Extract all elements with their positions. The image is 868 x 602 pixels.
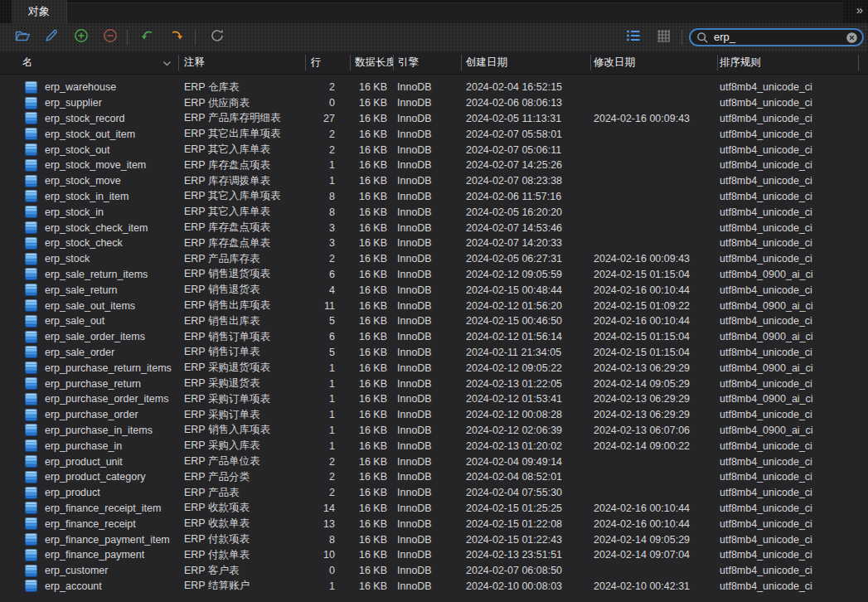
table-row[interactable]: erp_stock_outERP 其它入库单表216 KBInnoDB2024-… (0, 142, 868, 158)
column-header-collation[interactable]: 排序规则 (717, 51, 858, 74)
table-row[interactable]: erp_supplierERP 供应商表016 KBInnoDB2024-02-… (0, 95, 868, 111)
cell-name: erp_stock_record (0, 112, 178, 124)
cell-data_length: 16 KB (350, 425, 393, 436)
table-row[interactable]: erp_finance_paymentERP 付款单表1016 KBInnoDB… (0, 547, 868, 563)
refresh-button[interactable] (208, 29, 226, 46)
table-icon (25, 143, 37, 156)
import-wizard-button[interactable] (138, 29, 156, 46)
table-row[interactable]: erp_stock_out_itemERP 其它出库单项表216 KBInnoD… (0, 126, 868, 142)
cell-data_length: 16 KB (350, 175, 393, 187)
table-row[interactable]: erp_stockERP 产品库存表216 KBInnoDB2024-02-05… (0, 251, 868, 267)
table-icon (25, 237, 37, 250)
column-header-engine[interactable]: 引擎 (393, 51, 461, 74)
list-view-button[interactable] (624, 29, 643, 46)
table-row[interactable]: erp_stock_checkERP 库存盘点单表316 KBInnoDB202… (0, 235, 868, 251)
cell-created: 2024-02-12 00:08:28 (461, 409, 590, 420)
table-row[interactable]: erp_purchase_order_itemsERP 采购订单项表116 KB… (0, 391, 868, 407)
column-header-rows[interactable]: 行 (305, 51, 350, 74)
cell-collation: utf8mb4_unicode_ci (717, 534, 858, 546)
table-name-text: erp_stock_in_item (45, 191, 129, 202)
search-input[interactable]: erp_ (714, 30, 846, 45)
clear-icon[interactable] (846, 32, 858, 44)
minus-circle-icon (103, 28, 118, 46)
cell-engine: InnoDB (393, 565, 461, 576)
delete-table-button[interactable] (101, 29, 119, 46)
column-header-comment[interactable]: 注释 (178, 51, 305, 74)
sort-chevron-down-icon[interactable] (162, 57, 172, 69)
table-row[interactable]: erp_sale_order_itemsERP 销售订单项表616 KBInno… (0, 329, 868, 345)
cell-collation: utf8mb4_unicode_ci (717, 487, 858, 498)
grid-view-button[interactable] (654, 29, 672, 46)
cell-name: erp_product_category (0, 471, 178, 483)
cell-data_length: 16 KB (350, 300, 393, 312)
cell-modified: 2024-02-15 01:15:04 (590, 269, 717, 280)
search-box[interactable]: erp_ (689, 28, 864, 46)
column-header-data_length[interactable]: 数据长度 (350, 51, 393, 74)
table-icon (25, 487, 37, 499)
table-row[interactable]: erp_purchase_in_itemsERP 销售入库项表116 KBInn… (0, 423, 868, 439)
cell-data_length: 16 KB (350, 253, 393, 265)
design-table-button[interactable] (42, 29, 61, 46)
open-table-button[interactable] (13, 29, 32, 46)
table-name-text: erp_sale_return_items (45, 269, 148, 280)
cell-collation: utf8mb4_0900_ai_ci (717, 425, 858, 436)
cell-modified: 2024-02-16 00:10:44 (590, 502, 717, 514)
table-row[interactable]: erp_purchase_inERP 采购入库表116 KBInnoDB2024… (0, 438, 868, 454)
column-header-modified[interactable]: 修改日期 (590, 51, 717, 74)
table-row[interactable]: erp_sale_out_itemsERP 销售出库项表1116 KBInnoD… (0, 298, 868, 313)
cell-engine: InnoDB (393, 129, 461, 140)
table-row[interactable]: erp_finance_payment_itemERP 付款项表816 KBIn… (0, 532, 868, 547)
cell-modified: 2024-02-16 00:10:44 (590, 284, 717, 296)
tab-objects[interactable]: 对象 (12, 0, 67, 23)
cell-data_length: 16 KB (350, 315, 393, 327)
new-table-button[interactable] (72, 29, 90, 46)
column-header-created[interactable]: 创建日期 (461, 51, 590, 74)
cell-rows: 13 (305, 518, 350, 530)
table-icon (25, 221, 37, 234)
table-row[interactable]: erp_finance_receiptERP 收款单表1316 KBInnoDB… (0, 516, 868, 532)
tab-overflow-chevron-icon[interactable]: » (856, 2, 862, 17)
table-row[interactable]: erp_stock_recordERP 产品库存明细表2716 KBInnoDB… (0, 111, 868, 127)
cell-name: erp_sale_out_items (0, 299, 178, 312)
table-row[interactable]: erp_purchase_return_itemsERP 采购退货项表116 K… (0, 360, 868, 376)
cell-collation: utf8mb4_unicode_ci (717, 129, 858, 140)
table-row[interactable]: erp_productERP 产品表216 KBInnoDB2024-02-04… (0, 485, 868, 501)
cell-created: 2024-02-07 08:23:38 (461, 175, 590, 187)
cell-created: 2024-02-13 23:51:51 (461, 549, 590, 561)
cell-data_length: 16 KB (350, 97, 393, 109)
table-row[interactable]: erp_purchase_returnERP 采购退货表116 KBInnoDB… (0, 376, 868, 391)
cell-created: 2024-02-07 14:20:33 (461, 237, 590, 249)
cell-engine: InnoDB (393, 81, 461, 93)
table-row[interactable]: erp_sale_orderERP 销售订单表516 KBInnoDB2024-… (0, 345, 868, 361)
cell-created: 2024-02-12 09:05:59 (461, 269, 590, 280)
cell-collation: utf8mb4_unicode_ci (717, 456, 858, 468)
cell-comment: ERP 供应商表 (178, 96, 305, 110)
table-row[interactable]: erp_sale_returnERP 销售退货表416 KBInnoDB2024… (0, 282, 868, 298)
cell-rows: 4 (305, 284, 350, 296)
table-row[interactable]: erp_product_unitERP 产品单位表216 KBInnoDB202… (0, 454, 868, 469)
export-wizard-button[interactable] (167, 29, 186, 46)
table-row[interactable]: erp_purchase_orderERP 采购订单表116 KBInnoDB2… (0, 407, 868, 423)
cell-collation: utf8mb4_unicode_ci (717, 347, 858, 358)
cell-created: 2024-02-15 01:22:43 (461, 534, 590, 546)
table-row[interactable]: erp_stock_check_itemERP 库存盘点项表316 KBInno… (0, 220, 868, 235)
table-row[interactable]: erp_stock_moveERP 库存调拨单表116 KBInnoDB2024… (0, 173, 868, 189)
table-row[interactable]: erp_warehouseERP 仓库表216 KBInnoDB2024-02-… (0, 80, 868, 95)
cell-name: erp_stock_move_item (0, 159, 178, 172)
table-row[interactable]: erp_customerERP 客户表016 KBInnoDB2024-02-0… (0, 563, 868, 579)
table-row[interactable]: erp_finance_receipt_itemERP 收款项表1416 KBI… (0, 501, 868, 517)
table-row[interactable]: erp_sale_return_itemsERP 销售退货项表616 KBInn… (0, 267, 868, 283)
cell-created: 2024-02-05 06:27:31 (461, 253, 590, 265)
cell-modified: 2024-02-14 09:05:29 (590, 534, 717, 546)
table-row[interactable]: erp_accountERP 结算账户116 KBInnoDB2024-02-1… (0, 579, 868, 595)
column-header-name[interactable]: 名 (0, 51, 178, 74)
table-row[interactable]: erp_stock_in_itemERP 其它入库单项表816 KBInnoDB… (0, 189, 868, 205)
cell-data_length: 16 KB (350, 580, 393, 592)
table-row[interactable]: erp_stock_move_itemERP 库存盘点项表116 KBInnoD… (0, 158, 868, 173)
toolbar-separator (195, 30, 196, 45)
column-header-label: 注释 (184, 56, 205, 70)
cell-engine: InnoDB (393, 580, 461, 592)
table-row[interactable]: erp_product_categoryERP 产品分类216 KBInnoDB… (0, 469, 868, 485)
table-row[interactable]: erp_sale_outERP 销售出库表516 KBInnoDB2024-02… (0, 313, 868, 329)
table-row[interactable]: erp_stock_inERP 其它入库单表816 KBInnoDB2024-0… (0, 204, 868, 220)
